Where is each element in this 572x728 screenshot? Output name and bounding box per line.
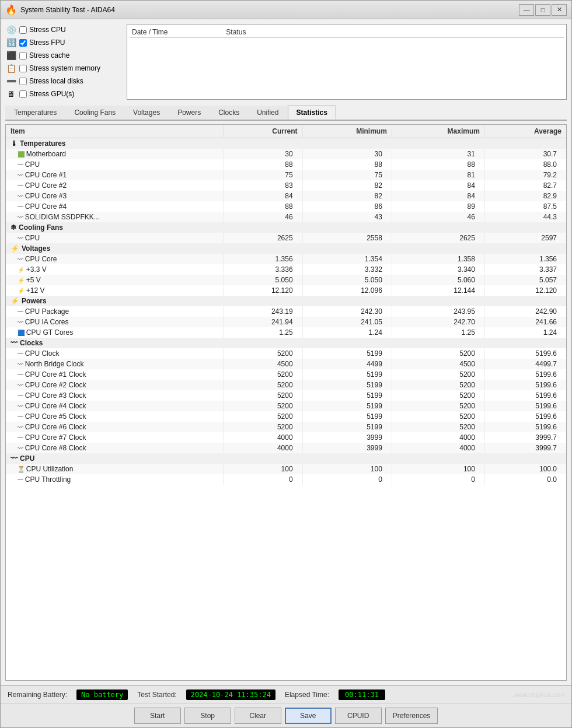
stress-cpu-label: Stress CPU bbox=[29, 26, 66, 34]
table-row: 〰 CPU Core #384828482.9 bbox=[6, 191, 566, 201]
gpu-stress-icon: 🖥 bbox=[5, 89, 17, 99]
col-item: Item bbox=[6, 125, 223, 138]
tab-cooling-fans[interactable]: Cooling Fans bbox=[65, 106, 124, 120]
table-row: 〰 CPU Clock5200519952005199.6 bbox=[6, 348, 566, 359]
tab-clocks[interactable]: Clocks bbox=[210, 106, 248, 120]
cell-maximum: 5200 bbox=[392, 422, 484, 432]
data-table-container[interactable]: Item Current Minimum Maximum Average 🌡Te… bbox=[5, 124, 567, 681]
cell-maximum: 3.340 bbox=[392, 264, 484, 275]
cell-minimum: 75 bbox=[302, 170, 392, 180]
table-row: 〰 CPU Core #175758179.2 bbox=[6, 170, 566, 180]
clear-button[interactable]: Clear bbox=[235, 708, 281, 724]
table-row: 〰 CPU2625255826252597 bbox=[6, 233, 566, 243]
close-button[interactable]: ✕ bbox=[552, 4, 567, 16]
disks-stress-icon: ➖ bbox=[5, 76, 17, 86]
cell-minimum: 43 bbox=[302, 212, 392, 222]
cell-current: 88 bbox=[223, 201, 302, 212]
table-row: 〰 CPU Core #2 Clock5200519952005199.6 bbox=[6, 380, 566, 390]
stop-button[interactable]: Stop bbox=[184, 708, 231, 724]
cell-maximum: 0 bbox=[392, 474, 484, 485]
table-row: 〰 CPU88888888.0 bbox=[6, 159, 566, 170]
stress-gpu-label: Stress GPU(s) bbox=[29, 90, 74, 98]
stress-item-memory: 📋 Stress system memory bbox=[5, 62, 122, 74]
tab-statistics[interactable]: Statistics bbox=[288, 106, 336, 120]
tabs-bar: Temperatures Cooling Fans Voltages Power… bbox=[5, 106, 567, 121]
tab-voltages[interactable]: Voltages bbox=[124, 106, 169, 120]
start-button[interactable]: Start bbox=[134, 708, 181, 724]
cell-minimum: 242.30 bbox=[302, 306, 392, 317]
table-row: ⚡ +12 V12.12012.09612.14412.120 bbox=[6, 285, 566, 296]
main-window: 🔥 System Stability Test - AIDA64 — □ ✕ 💿… bbox=[0, 0, 572, 728]
cell-current: 5200 bbox=[223, 401, 302, 411]
table-row: 🟩 Motherboard30303130.7 bbox=[6, 149, 566, 159]
cell-current: 84 bbox=[223, 191, 302, 201]
cell-current: 4000 bbox=[223, 432, 302, 443]
bottom-buttons: Start Stop Clear Save CPUID Preferences bbox=[1, 704, 571, 727]
cell-average: 242.90 bbox=[484, 306, 566, 317]
top-section: 💿 Stress CPU 🔢 Stress FPU ⬛ Stress cache… bbox=[5, 24, 567, 100]
preferences-button[interactable]: Preferences bbox=[385, 708, 438, 724]
tab-powers[interactable]: Powers bbox=[169, 106, 210, 120]
table-row: 🟦 CPU GT Cores1.251.241.251.24 bbox=[6, 327, 566, 338]
cell-average: 5199.6 bbox=[484, 369, 566, 380]
stress-disks-label: Stress local disks bbox=[29, 77, 83, 85]
cell-maximum: 81 bbox=[392, 170, 484, 180]
cell-average: 5199.6 bbox=[484, 348, 566, 359]
stress-fpu-checkbox[interactable] bbox=[19, 39, 27, 47]
main-content: 💿 Stress CPU 🔢 Stress FPU ⬛ Stress cache… bbox=[1, 19, 571, 685]
stress-cache-label: Stress cache bbox=[29, 51, 69, 60]
cell-maximum: 46 bbox=[392, 212, 484, 222]
cell-minimum: 82 bbox=[302, 180, 392, 191]
cell-minimum: 5199 bbox=[302, 390, 392, 401]
table-row: 〰 CPU Core1.3561.3541.3581.356 bbox=[6, 254, 566, 264]
cell-maximum: 84 bbox=[392, 180, 484, 191]
battery-value: No battery bbox=[76, 690, 128, 700]
maximize-button[interactable]: □ bbox=[535, 4, 550, 16]
table-row: 〰 CPU Core #283828482.7 bbox=[6, 180, 566, 191]
stress-item-gpu: 🖥 Stress GPU(s) bbox=[5, 88, 122, 100]
stress-cache-checkbox[interactable] bbox=[19, 52, 27, 60]
minimize-button[interactable]: — bbox=[519, 4, 534, 16]
cache-stress-icon: ⬛ bbox=[5, 51, 17, 60]
col-current: Current bbox=[223, 125, 302, 138]
cell-maximum: 5200 bbox=[392, 401, 484, 411]
cell-maximum: 5200 bbox=[392, 390, 484, 401]
col-average: Average bbox=[484, 125, 566, 138]
stress-gpu-checkbox[interactable] bbox=[19, 90, 27, 98]
stress-item-cache: ⬛ Stress cache bbox=[5, 50, 122, 61]
table-row: 〰 CPU Core #1 Clock5200519952005199.6 bbox=[6, 369, 566, 380]
section-header-clocks: 〰Clocks bbox=[6, 338, 566, 348]
stress-cpu-checkbox[interactable] bbox=[19, 26, 27, 34]
cell-maximum: 89 bbox=[392, 201, 484, 212]
cell-current: 1.25 bbox=[223, 327, 302, 338]
save-button[interactable]: Save bbox=[285, 708, 332, 724]
cell-current: 5200 bbox=[223, 422, 302, 432]
tab-unified[interactable]: Unified bbox=[248, 106, 287, 120]
cell-current: 243.19 bbox=[223, 306, 302, 317]
cell-average: 4499.7 bbox=[484, 359, 566, 369]
cell-minimum: 5199 bbox=[302, 401, 392, 411]
cell-average: 5199.6 bbox=[484, 422, 566, 432]
cpuid-button[interactable]: CPUID bbox=[335, 708, 382, 724]
cell-minimum: 100 bbox=[302, 464, 392, 474]
cell-minimum: 5.050 bbox=[302, 275, 392, 285]
stress-memory-label: Stress system memory bbox=[29, 64, 100, 72]
cell-maximum: 1.358 bbox=[392, 254, 484, 264]
stress-disks-checkbox[interactable] bbox=[19, 78, 27, 85]
cell-maximum: 5200 bbox=[392, 380, 484, 390]
cell-average: 30.7 bbox=[484, 149, 566, 159]
stress-memory-checkbox[interactable] bbox=[19, 65, 27, 72]
cell-average: 5199.6 bbox=[484, 411, 566, 422]
cell-minimum: 1.354 bbox=[302, 254, 392, 264]
tab-temperatures[interactable]: Temperatures bbox=[5, 106, 65, 120]
cell-current: 5.050 bbox=[223, 275, 302, 285]
cell-maximum: 84 bbox=[392, 191, 484, 201]
cell-maximum: 242.70 bbox=[392, 317, 484, 327]
cell-maximum: 88 bbox=[392, 159, 484, 170]
cell-average: 88.0 bbox=[484, 159, 566, 170]
cell-minimum: 1.24 bbox=[302, 327, 392, 338]
app-icon: 🔥 bbox=[5, 4, 17, 15]
cell-maximum: 5200 bbox=[392, 411, 484, 422]
cpu-stress-icon: 💿 bbox=[5, 25, 17, 34]
cell-current: 5200 bbox=[223, 411, 302, 422]
